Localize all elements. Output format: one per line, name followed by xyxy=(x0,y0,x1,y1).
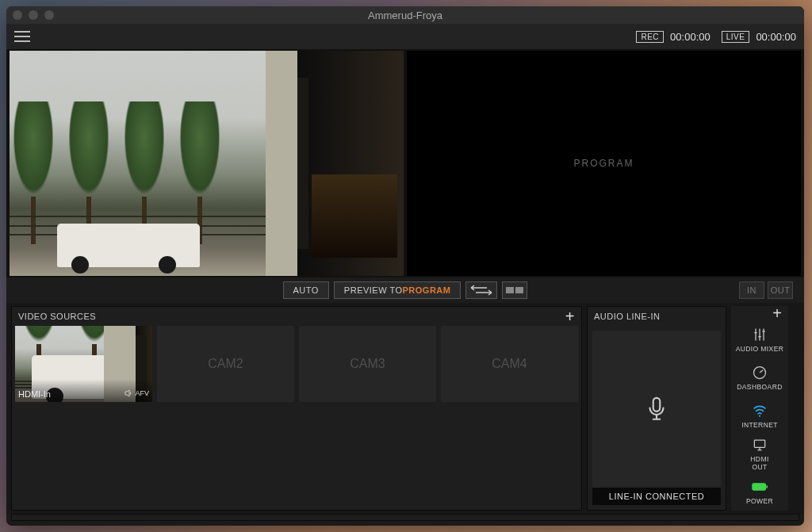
live-button[interactable]: LIVE xyxy=(722,31,750,43)
svg-rect-3 xyxy=(753,483,766,489)
out-button[interactable]: OUT xyxy=(768,281,793,299)
power-button[interactable]: POWER xyxy=(731,473,788,511)
internet-button[interactable]: INTERNET xyxy=(731,396,788,434)
monitor-icon xyxy=(506,287,514,293)
source-afv: AFV xyxy=(124,389,149,397)
menu-icon[interactable] xyxy=(14,31,30,42)
source-slot-hdmi-in[interactable]: HDMI-In AFV xyxy=(15,326,152,402)
rec-button[interactable]: REC xyxy=(636,31,664,43)
side-toolbar: + AUDIO MIXER DASHBOARD INTERNET HDMI OU… xyxy=(731,306,788,511)
hdmi-icon xyxy=(752,437,768,453)
preview-to-program-button[interactable]: PREVIEW TO PROGRAM xyxy=(334,281,462,299)
video-sources-panel: VIDEO SOURCES + HDMI-In AFV xyxy=(11,306,582,511)
rec-indicator: REC 00:00:00 xyxy=(636,31,710,43)
preview-to-label: PREVIEW TO xyxy=(344,285,403,295)
source-slot-cam3[interactable]: CAM3 xyxy=(299,326,436,402)
source-label: HDMI-In xyxy=(18,389,51,399)
hdmi-out-button[interactable]: HDMI OUT xyxy=(731,434,788,473)
program-label: PROGRAM xyxy=(573,158,634,169)
source-slot-cam4[interactable]: CAM4 xyxy=(441,326,578,402)
monitor-row: PROGRAM xyxy=(6,49,804,277)
svg-rect-2 xyxy=(754,440,764,447)
monitor-icon xyxy=(515,287,523,293)
in-button[interactable]: IN xyxy=(739,281,764,299)
swap-button[interactable] xyxy=(465,281,497,299)
speaker-icon xyxy=(124,389,132,397)
preview-monitor[interactable] xyxy=(10,51,404,276)
graphics-title: GRAPHICS xyxy=(18,519,67,521)
add-source-button[interactable]: + xyxy=(565,311,575,322)
rec-time: 00:00:00 xyxy=(670,31,710,43)
panels-row: VIDEO SOURCES + HDMI-In AFV xyxy=(6,303,804,514)
microphone-icon xyxy=(643,396,670,423)
swap-icon xyxy=(469,285,493,296)
audio-line-in-panel: AUDIO LINE-IN LINE-IN CONNECTED xyxy=(587,306,726,511)
audio-input[interactable] xyxy=(592,331,721,488)
multiview-button[interactable] xyxy=(502,281,527,299)
source-slot-cam2[interactable]: CAM2 xyxy=(157,326,294,402)
audio-title: AUDIO LINE-IN xyxy=(594,312,661,321)
preview-video xyxy=(10,51,404,276)
source-placeholder: CAM2 xyxy=(208,357,243,371)
side-add-button[interactable]: + xyxy=(731,306,788,320)
sliders-icon xyxy=(752,327,768,343)
live-indicator: LIVE 00:00:00 xyxy=(722,31,796,43)
window-title: Ammerud-Froya xyxy=(6,10,804,21)
wifi-icon xyxy=(752,403,768,419)
dashboard-button[interactable]: DASHBOARD xyxy=(731,358,788,396)
battery-icon xyxy=(752,479,768,495)
add-graphic-button[interactable]: + xyxy=(783,519,792,521)
topbar: REC 00:00:00 LIVE 00:00:00 xyxy=(6,24,804,49)
app-window: Ammerud-Froya REC 00:00:00 LIVE 00:00:00… xyxy=(6,6,804,526)
video-sources-title: VIDEO SOURCES xyxy=(18,312,96,321)
transition-controls: AUTO PREVIEW TO PROGRAM IN OUT xyxy=(6,277,804,303)
auto-button[interactable]: AUTO xyxy=(283,281,329,299)
svg-rect-4 xyxy=(766,485,768,488)
gauge-icon xyxy=(752,365,768,381)
program-monitor[interactable]: PROGRAM xyxy=(407,51,801,276)
graphics-panel: GRAPHICS + Team Name A 0 - 0 Team Name B… xyxy=(11,514,799,521)
preview-to-target: PROGRAM xyxy=(403,285,451,295)
svg-point-1 xyxy=(759,415,760,416)
titlebar: Ammerud-Froya xyxy=(6,6,804,24)
audio-status: LINE-IN CONNECTED xyxy=(592,488,721,505)
source-placeholder: CAM4 xyxy=(492,357,527,371)
live-time: 00:00:00 xyxy=(756,31,796,43)
source-placeholder: CAM3 xyxy=(350,357,385,371)
audio-mixer-button[interactable]: AUDIO MIXER xyxy=(731,320,788,358)
